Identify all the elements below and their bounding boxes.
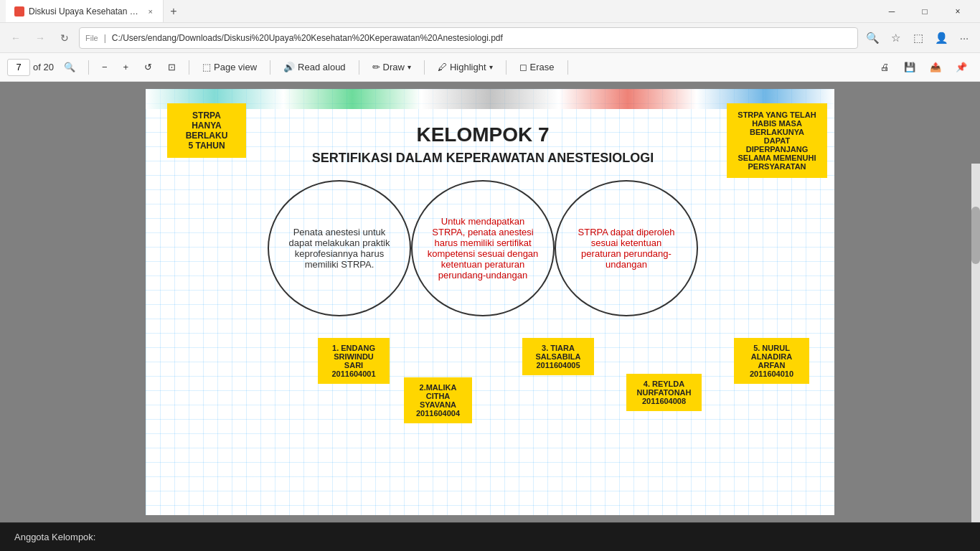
zoom-out-icon: −	[102, 62, 108, 72]
close-button[interactable]: ×	[941, 0, 974, 23]
toolbar-separator-1	[88, 60, 89, 75]
page-number-input[interactable]	[7, 59, 30, 76]
window-controls: ─ □ ×	[875, 0, 974, 23]
fit-button[interactable]: ⊡	[162, 57, 182, 77]
page-total: of 20	[33, 62, 54, 72]
sticky-left-text: STRPAHANYABERLAKU5 TAHUN	[186, 110, 228, 151]
url-text: C:/Users/endang/Downloads/Diskusi%20Upay…	[112, 33, 503, 43]
pin-icon: 📌	[956, 62, 967, 72]
erase-label: Erase	[530, 62, 555, 72]
name-1-text: 1. ENDANGSRIWINDUSARI2011604001	[331, 344, 375, 378]
tab-favicon	[14, 6, 24, 17]
name-card-4: 4. REYLDANURFATONAH2011604008	[626, 374, 702, 411]
tab-close-button[interactable]: ×	[147, 6, 154, 17]
tab-bar: Diskusi Upaya Kesehatan Kepera × +	[6, 0, 875, 22]
zoom-in-icon: +	[123, 62, 129, 72]
rotate-icon: ↺	[144, 62, 152, 72]
minimize-button[interactable]: ─	[875, 0, 908, 23]
draw-button[interactable]: ✏ Draw ▾	[367, 57, 417, 77]
highlight-label: Highlight	[450, 62, 486, 72]
name-5-text: 5. NURULALNADIRAARFAN2011604010	[750, 344, 793, 378]
title-bar: Diskusi Upaya Kesehatan Kepera × + ─ □ ×	[0, 0, 980, 23]
erase-icon: ◻	[519, 62, 527, 72]
bottom-text: Anggota Kelompok:	[14, 532, 95, 542]
sticky-note-left: STRPAHANYABERLAKU5 TAHUN	[167, 103, 246, 158]
forward-button[interactable]: →	[30, 28, 50, 48]
zoom-out-button[interactable]: −	[96, 57, 113, 77]
browser-toolbar: 🔍 ☆ ⬚ 👤 ···	[862, 28, 974, 48]
toolbar-separator-3	[270, 60, 270, 75]
page-view-label: Page view	[214, 62, 257, 72]
protocol-label: File	[85, 34, 98, 42]
read-aloud-button[interactable]: 🔊 Read aloud	[278, 57, 352, 77]
pdf-subtitle: SERTIFIKASI DALAM KEPERAWATAN ANESTESIOL…	[268, 151, 698, 166]
new-tab-button[interactable]: +	[164, 1, 184, 22]
circle-3: STRPA dapat diperoleh sesuai ketentuan p…	[555, 180, 698, 316]
toolbar-separator-7	[567, 60, 568, 75]
collections-button[interactable]: ⬚	[908, 28, 928, 48]
profile-button[interactable]: 👤	[931, 28, 951, 48]
scrollbar-thumb[interactable]	[971, 207, 980, 264]
settings-button[interactable]: ···	[954, 28, 974, 48]
pdf-page: STRPAHANYABERLAKU5 TAHUN STRPA YANG TELA…	[146, 89, 834, 515]
names-section: 1. ENDANGSRIWINDUSARI2011604001 2.MALIKA…	[268, 338, 698, 453]
pdf-right-tools: 🖨 💾 📤 📌	[875, 57, 973, 77]
highlight-icon: 🖊	[438, 62, 447, 72]
bottom-bar: Anggota Kelompok:	[0, 522, 980, 551]
name-3-text: 3. TIARASALSABILA2011604005	[536, 344, 581, 369]
share-button[interactable]: 📤	[924, 57, 947, 77]
draw-label: Draw	[383, 62, 405, 72]
fit-icon: ⊡	[168, 62, 176, 72]
name-4-text: 4. REYLDANURFATONAH2011604008	[637, 380, 692, 405]
erase-button[interactable]: ◻ Erase	[514, 57, 560, 77]
zoom-in-button[interactable]: +	[118, 57, 135, 77]
url-separator: |	[104, 33, 106, 43]
rotate-button[interactable]: ↺	[138, 57, 158, 77]
toolbar-separator-5	[424, 60, 425, 75]
pdf-toolbar: of 20 🔍 − + ↺ ⊡ ⬚ Page view 🔊 Read aloud…	[0, 53, 980, 82]
highlight-chevron: ▾	[489, 63, 493, 71]
draw-icon: ✏	[372, 62, 380, 72]
name-card-3: 3. TIARASALSABILA2011604005	[522, 338, 594, 375]
toolbar-separator-2	[189, 60, 189, 75]
circle-2-text: Untuk mendapatkan STRPA, penata anestesi…	[427, 216, 539, 281]
print-button[interactable]: 🖨	[875, 57, 895, 77]
page-view-button[interactable]: ⬚ Page view	[197, 57, 263, 77]
save-icon: 💾	[904, 62, 915, 72]
circle-1: Penata anestesi untuk dapat melakukan pr…	[268, 180, 411, 316]
zoom-button[interactable]: 🔍	[862, 28, 882, 48]
sticky-note-right: STRPA YANG TELAHHABIS MASABERLAKUNYADAPA…	[727, 103, 827, 178]
pdf-title: KELOMPOK 7	[268, 123, 698, 146]
pdf-content-area: STRPAHANYABERLAKU5 TAHUN STRPA YANG TELA…	[0, 82, 980, 522]
tab-title: Diskusi Upaya Kesehatan Kepera	[29, 6, 143, 17]
scrollbar[interactable]	[971, 164, 980, 522]
favorites-button[interactable]: ☆	[885, 28, 905, 48]
circle-2: Untuk mendapatkan STRPA, penata anestesi…	[411, 180, 555, 316]
search-icon: 🔍	[64, 62, 75, 72]
share-icon: 📤	[930, 62, 941, 72]
name-card-2: 2.MALIKACITHASYAVANA2011604004	[404, 377, 472, 423]
read-aloud-icon: 🔊	[283, 62, 295, 72]
toolbar-separator-4	[359, 60, 359, 75]
read-aloud-label: Read aloud	[298, 62, 346, 72]
sticky-right-text: STRPA YANG TELAHHABIS MASABERLAKUNYADAPA…	[738, 110, 816, 171]
address-bar: ← → ↻ File | C:/Users/endang/Downloads/D…	[0, 23, 980, 53]
name-card-5: 5. NURULALNADIRAARFAN2011604010	[734, 338, 809, 384]
back-button[interactable]: ←	[6, 28, 26, 48]
maximize-button[interactable]: □	[908, 0, 941, 23]
url-bar[interactable]: File | C:/Users/endang/Downloads/Diskusi…	[79, 27, 858, 49]
browser-tab[interactable]: Diskusi Upaya Kesehatan Kepera ×	[6, 0, 164, 22]
highlight-button[interactable]: 🖊 Highlight ▾	[432, 57, 499, 77]
pin-button[interactable]: 📌	[950, 57, 973, 77]
save-button[interactable]: 💾	[898, 57, 921, 77]
page-view-icon: ⬚	[202, 62, 211, 72]
name-card-1: 1. ENDANGSRIWINDUSARI2011604001	[318, 338, 390, 384]
page-indicator: of 20	[7, 59, 54, 76]
draw-chevron: ▾	[407, 63, 411, 71]
circles-row: Penata anestesi untuk dapat melakukan pr…	[268, 180, 698, 316]
print-icon: 🖨	[880, 62, 890, 72]
refresh-button[interactable]: ↻	[55, 28, 75, 48]
search-tool-button[interactable]: 🔍	[58, 57, 81, 77]
circle-3-text: STRPA dapat diperoleh sesuai ketentuan p…	[570, 227, 682, 270]
name-2-text: 2.MALIKACITHASYAVANA2011604004	[416, 383, 460, 418]
